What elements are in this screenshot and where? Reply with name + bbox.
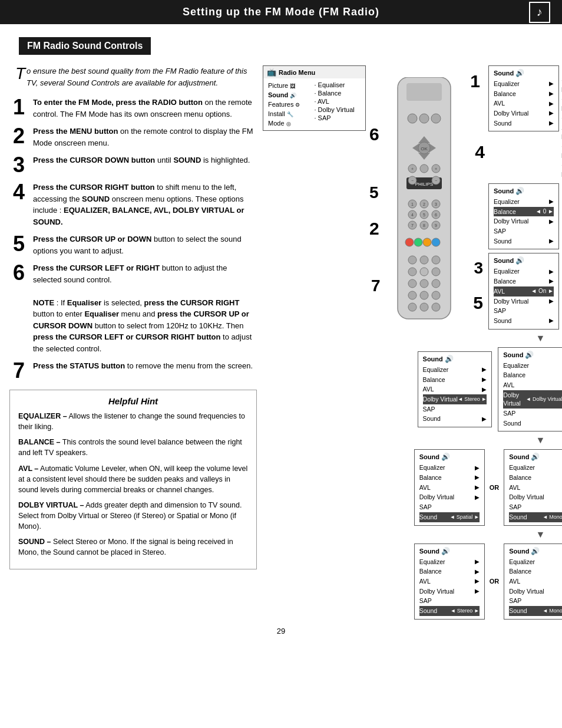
step-number-1: 1 <box>9 97 28 118</box>
svg-point-53 <box>408 291 416 299</box>
svg-text:+: + <box>411 167 414 171</box>
step-number-3: 3 <box>9 154 28 176</box>
menu-item-mode: Mode ◎ <box>268 118 300 128</box>
menu-item-install: Install 🔧 <box>268 109 300 118</box>
submenu-equaliser: · Equaliser <box>309 81 354 89</box>
svg-text:−: − <box>435 179 437 183</box>
remote-svg: PHILIPS OK + <box>380 77 468 325</box>
overlay-step-5b: 5 <box>473 293 483 313</box>
svg-text:4: 4 <box>411 213 414 217</box>
svg-point-42 <box>423 238 431 246</box>
submenu-sap: · SAP <box>309 114 354 122</box>
svg-text:7: 7 <box>411 223 414 228</box>
step-text-4: Press the CURSOR RIGHT button to shift m… <box>33 182 257 228</box>
step-7: 7 Press the STATUS button to remove the … <box>9 360 257 381</box>
b-balance-row: Balance◄ 0 ► <box>494 207 554 217</box>
step-text-7: Press the STATUS button to remove the me… <box>33 360 253 372</box>
svg-point-40 <box>405 238 414 246</box>
overlay-step-5: 5 <box>369 183 379 202</box>
step-number-6: 6 <box>9 262 28 284</box>
s-balance-row: Balance▶ <box>494 89 554 99</box>
svg-point-51 <box>420 279 428 288</box>
hint-item-avl: AVL – Automatic Volume Leveler, when ON,… <box>18 463 248 495</box>
s-eq-row: Equalizer▶ <box>494 79 554 89</box>
step-number-4: 4 <box>9 182 28 203</box>
overlay-step-4: 4 <box>475 142 485 162</box>
b-sound-row: Sound▶ <box>494 236 554 246</box>
overlay-step-1: 1 <box>470 71 480 91</box>
overlay-step-7: 7 <box>371 276 381 295</box>
avl-bal-row: Balance▶ <box>494 276 554 286</box>
page-header: Setting up the FM Mode (FM Radio) ♪ <box>0 0 562 24</box>
arrow-down-3: ▼ <box>263 529 562 540</box>
svg-point-56 <box>408 303 416 311</box>
step-number-2: 2 <box>9 126 28 147</box>
remote-diagram: 1 6 4 5 2 3 5 7 PHILIPS <box>368 65 486 325</box>
step-text-5: Press the CURSOR UP or DOWN button to se… <box>33 233 257 256</box>
header-title: Setting up the FM Mode (FM Radio) <box>183 6 379 18</box>
hint-item-sound: SOUND – Select Stereo or Mono. If the si… <box>18 536 248 558</box>
menu-item-sound: Sound 🔊 <box>268 90 300 100</box>
main-content: T o ensure the best sound quality from t… <box>0 65 562 620</box>
avl-avl-row: AVL◄ On ► <box>494 286 554 297</box>
svg-text:9: 9 <box>435 223 437 228</box>
svg-text:5: 5 <box>423 213 425 217</box>
step-text-1: To enter the FM Mode, press the RADIO bu… <box>33 97 257 120</box>
menu-item-features: Features ⚙ <box>268 100 300 109</box>
step-text-3: Press the CURSOR DOWN button until SOUND… <box>33 154 250 166</box>
svg-point-48 <box>420 268 428 276</box>
s-sound-row: Sound▶ <box>494 118 554 129</box>
step-2: 2 Press the MENU button on the remote co… <box>9 126 257 149</box>
svg-point-41 <box>414 238 422 246</box>
svg-point-46 <box>432 256 440 264</box>
step-5: 5 Press the CURSOR UP or DOWN button to … <box>9 233 257 256</box>
sound-mono2-screen: Sound 🔊 Equalizer▶ Balance▶ AVL▶ Dolby V… <box>504 543 562 620</box>
step-text-6: Press the CURSOR LEFT or RIGHT button to… <box>33 262 257 354</box>
step-3: 3 Press the CURSOR DOWN button until SOU… <box>9 154 257 176</box>
right-column: 📺 Radio Menu Picture 🖼 Sound 🔊 Features … <box>263 65 562 620</box>
overlay-step-2: 2 <box>369 219 379 239</box>
svg-text:6: 6 <box>435 213 437 217</box>
avl-sap-row: SAP <box>494 306 554 316</box>
svg-rect-3 <box>406 83 442 101</box>
overlay-step-6: 6 <box>369 124 379 144</box>
sound-spatial-screen: Sound 🔊 Equalizer▶ Balance▶ AVL▶ Dolby V… <box>414 449 485 525</box>
svg-point-44 <box>408 256 416 264</box>
s-dolby-row: Dolby Virtual▶ <box>494 108 554 118</box>
submenu-balance: · Balance <box>309 89 354 97</box>
arrow-down-1: ▼ <box>263 333 562 344</box>
hint-item-equalizer: EQUALIZER – Allows the listener to chang… <box>18 411 248 432</box>
page-number: 29 <box>0 627 562 641</box>
step-6: 6 Press the CURSOR LEFT or RIGHT button … <box>9 262 257 354</box>
radio-menu-title: 📺 Radio Menu <box>263 66 365 78</box>
svg-point-47 <box>408 268 416 276</box>
dolby-virtual-screen: Sound 🔊 Equalizer▶ Balance▶ AVL▶ Dolby V… <box>498 347 562 432</box>
sound-stereo2-screen: Sound 🔊 Equalizer▶ Balance▶ AVL▶ Dolby V… <box>414 543 485 620</box>
hint-box: Helpful Hint EQUALIZER – Allows the list… <box>9 390 257 569</box>
s-avl-row: AVL▶ <box>494 98 554 108</box>
or-label-2: OR <box>490 578 500 585</box>
hint-item-dolby: DOLBY VIRTUAL – Adds greater depth and d… <box>18 500 248 532</box>
avl-eq-row: Equalizer▶ <box>494 266 554 276</box>
avl-dolby-row: Dolby Virtual▶ <box>494 297 554 307</box>
radio-menu-label: Radio Menu <box>279 69 315 76</box>
svg-text:−: − <box>411 179 414 183</box>
steps-container: 1 To enter the FM Mode, press the RADIO … <box>9 97 257 381</box>
step-4: 4 Press the CURSOR RIGHT button to shift… <box>9 182 257 228</box>
dolby-stereo-screen: Sound 🔊 Equalizer▶ Balance▶ AVL▶ Dolby V… <box>418 351 492 427</box>
radio-menu-content: Picture 🖼 Sound 🔊 Features ⚙ Install 🔧 M… <box>263 78 365 130</box>
b-eq-row: Equalizer▶ <box>494 197 554 207</box>
svg-point-50 <box>408 279 416 288</box>
svg-text:1: 1 <box>411 202 414 206</box>
svg-point-52 <box>432 279 440 288</box>
svg-text:8: 8 <box>423 223 425 228</box>
svg-point-45 <box>420 256 428 264</box>
sound-screen-avl: Sound 🔊 Equalizer▶ Balance▶ AVL◄ On ► Do… <box>488 253 559 329</box>
overlay-step-3: 3 <box>474 259 483 278</box>
svg-text:2: 2 <box>423 202 425 206</box>
music-icon: ♪ <box>529 2 550 23</box>
radio-menu-diagram: 📺 Radio Menu Picture 🖼 Sound 🔊 Features … <box>263 65 366 131</box>
svg-point-43 <box>432 238 440 246</box>
submenu-dolby: · Dolby Virtual <box>309 106 354 114</box>
svg-point-55 <box>432 291 440 299</box>
